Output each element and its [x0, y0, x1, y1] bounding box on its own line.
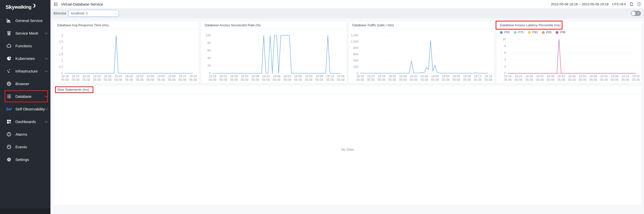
svg-text:18:58: 18:58	[147, 75, 154, 78]
sidebar-item-label: Events	[15, 145, 27, 149]
svg-text:1,200: 1,200	[351, 34, 358, 37]
chevron-down-icon	[45, 94, 48, 98]
svg-text:05-08: 05-08	[262, 78, 270, 82]
legend-item-p50[interactable]: P50	[500, 31, 509, 34]
chart-title: Database Access Successful Rate (%)	[205, 23, 261, 27]
svg-text:18:18: 18:18	[504, 75, 512, 78]
svg-text:05-08: 05-08	[474, 78, 481, 82]
svg-text:18:28: 18:28	[378, 75, 385, 78]
svg-text:80: 80	[207, 41, 211, 45]
svg-text:18:28: 18:28	[525, 75, 533, 78]
sidebar-item-kubernetes[interactable]: Kubernetes	[0, 52, 50, 65]
chart-panel-header: Database Avg Response Time (ms)	[53, 21, 199, 29]
svg-text:2: 2	[61, 46, 63, 50]
svg-text:18:43: 18:43	[410, 75, 417, 78]
svg-text:19:03: 19:03	[600, 75, 608, 78]
sidebar-item-settings[interactable]: Settings	[0, 153, 50, 166]
svg-text:18:28: 18:28	[83, 75, 90, 78]
svg-text:8: 8	[504, 44, 506, 48]
legend-label: P95	[546, 31, 551, 34]
svg-text:18:18: 18:18	[209, 75, 216, 78]
service-variable-label: $Service	[53, 11, 66, 15]
svg-text:18:33: 18:33	[93, 75, 101, 78]
legend-item-p90[interactable]: P90	[528, 31, 538, 34]
svg-text:05-08: 05-08	[93, 78, 101, 82]
svg-text:19:13: 19:13	[474, 75, 481, 78]
svg-text:05-08: 05-08	[61, 78, 69, 82]
svg-text:05-08: 05-08	[463, 78, 471, 82]
svg-text:18:23: 18:23	[515, 75, 522, 78]
sidebar-item-general-service[interactable]: General Service	[0, 14, 50, 27]
svg-text:05-08: 05-08	[431, 78, 439, 82]
sidebar-fold-icon[interactable]	[53, 2, 58, 6]
view-toggle[interactable]: V	[631, 11, 641, 16]
svg-text:0.5: 0.5	[59, 65, 63, 69]
svg-text:18:38: 18:38	[399, 75, 407, 78]
toolbar-right: V	[631, 11, 641, 16]
timer-icon	[6, 144, 12, 149]
svg-text:05-08: 05-08	[378, 78, 385, 82]
svg-text:19:03: 19:03	[305, 75, 312, 78]
chart-plot: 00.511.522.5318:1805-0818:2305-0818:2805…	[53, 29, 199, 83]
legend-item-p75[interactable]: P75	[514, 31, 523, 34]
svg-text:19:18: 19:18	[632, 75, 640, 78]
sidebar-item-events[interactable]: Events	[0, 140, 50, 153]
svg-text:60: 60	[207, 49, 211, 52]
timezone-label[interactable]: UTC+8:0	[612, 2, 626, 6]
svg-text:800: 800	[353, 46, 358, 50]
legend-item-p95[interactable]: P95	[542, 31, 551, 34]
svg-text:18:53: 18:53	[283, 75, 291, 78]
svg-text:19:18: 19:18	[337, 75, 344, 78]
svg-text:05-08: 05-08	[168, 78, 176, 82]
svg-text:18:23: 18:23	[219, 75, 227, 78]
sidebar-item-database[interactable]: Database	[0, 90, 50, 103]
sidebar: Skywalking General ServiceService MeshFu…	[0, 0, 50, 214]
skywalking-sw-icon: Sw)	[6, 106, 12, 111]
svg-text:3: 3	[61, 34, 63, 37]
chart-panel-database-access-successful-rate-: Database Access Successful Rate (%)02040…	[201, 21, 346, 83]
info-icon[interactable]: i	[637, 2, 641, 6]
legend-dot	[542, 31, 545, 34]
svg-text:18:33: 18:33	[388, 75, 396, 78]
svg-text:05-08: 05-08	[589, 78, 597, 82]
service-select[interactable]: localhost:-1	[68, 10, 119, 17]
chevron-down-icon	[45, 31, 48, 34]
refresh-icon[interactable]	[629, 2, 634, 6]
chart-panel-header: Database Access Latency Percentile (ms)	[496, 21, 641, 29]
chart-panel-database-access-latency-percentile-ms-: Database Access Latency Percentile (ms)P…	[496, 21, 641, 83]
sidebar-item-label: Browser	[15, 82, 29, 86]
svg-text:18:18: 18:18	[356, 75, 364, 78]
svg-text:05-08: 05-08	[114, 78, 122, 82]
svg-text:05-08: 05-08	[611, 78, 619, 82]
svg-text:18:43: 18:43	[557, 75, 565, 78]
chart-legend: P50P75P90P95P99	[496, 29, 641, 36]
chart-panel-database-traffic-calls-min-: Database Traffic (calls / min)0200400600…	[349, 21, 494, 83]
slow-statements-header: Slow Statements (ms)	[53, 86, 641, 93]
svg-text:18:53: 18:53	[431, 75, 439, 78]
svg-text:05-08: 05-08	[315, 78, 323, 82]
svg-text:05-08: 05-08	[621, 78, 629, 82]
sidebar-item-service-mesh[interactable]: Service Mesh	[0, 27, 50, 39]
time-range-label[interactable]: 2022-05-08 18:18 ~ 2022-05-08 19:18	[551, 2, 609, 6]
svg-text:18:48: 18:48	[125, 75, 133, 78]
svg-text:05-08: 05-08	[283, 78, 291, 82]
sidebar-item-dashboards[interactable]: Dashboards	[0, 115, 50, 128]
sidebar-item-browser[interactable]: Browser	[0, 77, 50, 90]
svg-text:400: 400	[353, 59, 358, 62]
svg-text:05-08: 05-08	[410, 78, 417, 82]
svg-text:05-08: 05-08	[420, 78, 428, 82]
svg-text:05-08: 05-08	[178, 78, 186, 82]
svg-text:05-08: 05-08	[294, 78, 302, 82]
svg-text:19:13: 19:13	[622, 75, 629, 78]
chevron-down-icon	[45, 120, 48, 123]
legend-item-p99[interactable]: P99	[556, 31, 565, 34]
sidebar-item-self-observability[interactable]: Sw)Self Observability	[0, 103, 50, 115]
toggle-label: V	[637, 12, 639, 15]
svg-text:1.5: 1.5	[59, 53, 63, 56]
sidebar-item-functions[interactable]: Functions	[0, 39, 50, 52]
gear-icon	[6, 157, 12, 162]
cloud-icon	[6, 43, 12, 48]
chevron-down-icon	[45, 56, 48, 60]
sidebar-item-alarms[interactable]: Alarms	[0, 128, 50, 140]
sidebar-item-infrastructure[interactable]: Infrastructure	[0, 65, 50, 77]
